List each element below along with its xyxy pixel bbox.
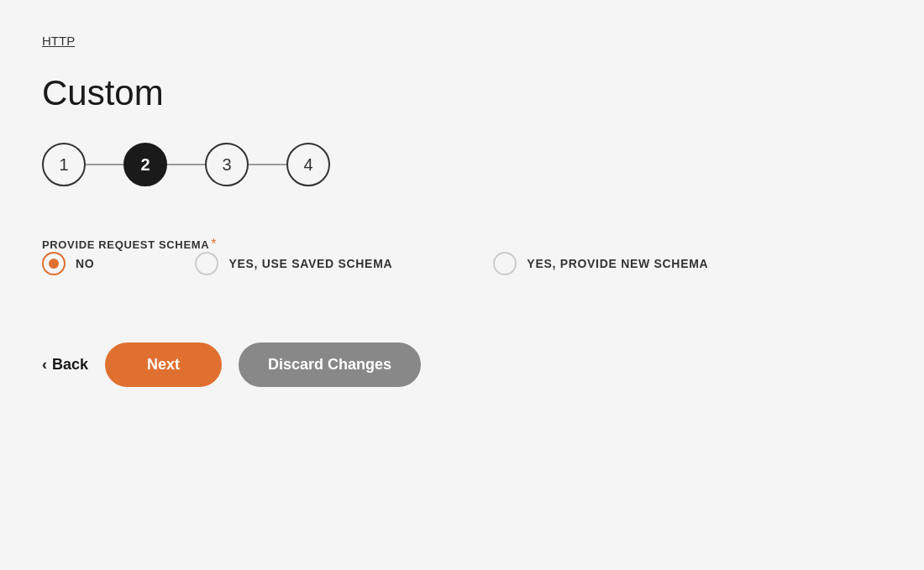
actions-bar: ‹ Back Next Discard Changes xyxy=(42,343,882,387)
radio-no-label: NO xyxy=(76,257,94,270)
radio-option-yes-new[interactable]: YES, PROVIDE NEW SCHEMA xyxy=(493,252,708,275)
radio-no-inner xyxy=(49,259,59,269)
radio-option-yes-saved[interactable]: YES, USE SAVED SCHEMA xyxy=(195,252,392,275)
step-4[interactable]: 4 xyxy=(286,143,330,186)
radio-no-outer[interactable] xyxy=(42,252,66,275)
back-chevron-icon: ‹ xyxy=(42,356,47,374)
radio-group: NO YES, USE SAVED SCHEMA YES, PROVIDE NE… xyxy=(42,252,882,275)
discard-changes-button[interactable]: Discard Changes xyxy=(239,343,421,387)
radio-yes-saved-label: YES, USE SAVED SCHEMA xyxy=(228,257,392,270)
next-button[interactable]: Next xyxy=(105,343,222,387)
back-button[interactable]: ‹ Back xyxy=(42,356,88,374)
back-label: Back xyxy=(52,356,88,374)
step-connector-2 xyxy=(167,164,205,165)
section-label-text: PROVIDE REQUEST SCHEMA xyxy=(42,238,209,251)
radio-option-no[interactable]: NO xyxy=(42,252,94,275)
required-asterisk: * xyxy=(211,237,216,251)
section-label: PROVIDE REQUEST SCHEMA* xyxy=(42,237,882,252)
page-title: Custom xyxy=(42,73,882,113)
radio-yes-new-label: YES, PROVIDE NEW SCHEMA xyxy=(527,257,708,270)
stepper: 1 2 3 4 xyxy=(42,143,882,186)
radio-yes-new-outer[interactable] xyxy=(493,252,517,275)
step-1[interactable]: 1 xyxy=(42,143,86,186)
step-2[interactable]: 2 xyxy=(123,143,167,186)
step-connector-3 xyxy=(249,164,286,165)
breadcrumb[interactable]: HTTP xyxy=(42,34,882,48)
step-3[interactable]: 3 xyxy=(205,143,249,186)
radio-yes-saved-outer[interactable] xyxy=(195,252,218,275)
step-connector-1 xyxy=(86,164,123,165)
